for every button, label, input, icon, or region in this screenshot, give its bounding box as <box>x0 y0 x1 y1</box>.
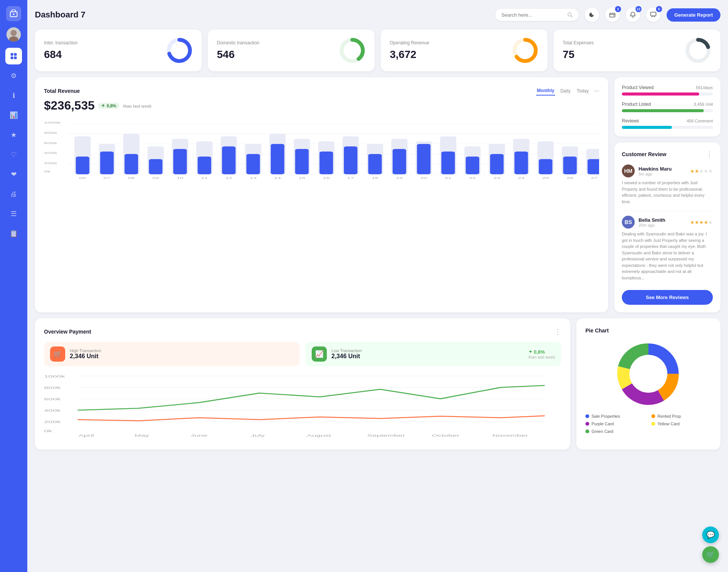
stat-value-0: 684 <box>44 49 78 61</box>
wallet-btn[interactable]: 2 <box>605 8 620 22</box>
svg-rect-46 <box>173 149 187 174</box>
svg-rect-88 <box>515 152 528 174</box>
svg-text:October: October <box>432 434 460 437</box>
revenue-card: Total Revenue Monthly Daily Today ··· $2… <box>35 77 608 312</box>
svg-text:20: 20 <box>420 176 427 179</box>
svg-point-2 <box>11 30 17 36</box>
sidebar-item-print[interactable]: 🖨 <box>5 186 22 202</box>
high-transaction-value: 2,346 Unit <box>70 353 101 360</box>
tab-daily[interactable]: Daily <box>560 87 571 95</box>
svg-point-121 <box>629 355 667 393</box>
stat-card-domestic-transaction: Domestic transaction 546 <box>208 30 375 71</box>
progress-fill-2 <box>622 126 672 129</box>
revenue-more-options[interactable]: ··· <box>594 88 599 94</box>
svg-rect-49 <box>198 157 211 174</box>
wallet-badge: 2 <box>615 6 621 12</box>
sidebar-logo[interactable] <box>6 6 21 21</box>
svg-point-11 <box>613 15 614 16</box>
svg-text:12: 12 <box>225 176 232 179</box>
revenue-tabs: Monthly Daily Today ··· <box>536 86 599 96</box>
svg-rect-94 <box>563 157 577 174</box>
search-input[interactable] <box>501 12 564 18</box>
search-box[interactable] <box>495 9 579 21</box>
sidebar-item-info[interactable]: ℹ <box>5 87 22 104</box>
legend-dot-yellow <box>651 422 655 426</box>
legend-dot-rented <box>651 414 655 418</box>
legend-item-purple-card: Purple Card <box>585 422 645 426</box>
stat-card-inter-transaction: Inter. transaction 684 <box>35 30 202 71</box>
metric-label-2: Reviews <box>622 118 639 124</box>
svg-text:07: 07 <box>104 176 110 179</box>
svg-rect-58 <box>271 144 284 174</box>
tab-monthly[interactable]: Monthly <box>536 86 555 96</box>
svg-text:400k: 400k <box>44 151 58 155</box>
bell-badge: 12 <box>635 6 642 12</box>
svg-text:September: September <box>367 434 405 437</box>
high-transaction-icon: 🛒 <box>50 346 65 362</box>
progress-bar-2 <box>622 126 713 129</box>
customer-reviews-card: Customer Review ⋮ HM Hawkins Maru 5m ago… <box>614 143 720 312</box>
svg-text:1000k: 1000k <box>44 121 61 124</box>
svg-rect-34 <box>76 157 89 174</box>
svg-rect-40 <box>124 154 138 174</box>
sidebar-item-menu[interactable]: ☰ <box>5 205 22 222</box>
floating-buttons: 💬 🛒 <box>702 527 719 563</box>
svg-text:17: 17 <box>347 176 354 179</box>
svg-text:May: May <box>135 434 149 437</box>
svg-rect-37 <box>100 152 114 174</box>
right-panel: Product Viewed 561/days Product Listed 3… <box>614 77 720 312</box>
review-time-1: 20m ago <box>639 223 665 227</box>
theme-toggle-btn[interactable] <box>585 8 599 22</box>
sidebar-item-liked[interactable]: ❤ <box>5 166 22 183</box>
metric-product-viewed: Product Viewed 561/days <box>622 85 713 96</box>
sidebar-item-wishlist[interactable]: ♡ <box>5 146 22 163</box>
svg-text:11: 11 <box>201 176 208 179</box>
svg-rect-76 <box>417 144 431 174</box>
reviews-more-options[interactable]: ⋮ <box>706 150 713 158</box>
payment-more-options[interactable]: ⋮ <box>554 328 561 336</box>
svg-line-9 <box>571 16 573 17</box>
legend-label-purple: Purple Card <box>592 422 614 426</box>
stat-chart-3 <box>685 37 711 64</box>
svg-text:23: 23 <box>493 176 500 179</box>
review-text-0: I viewed a number of properties with Jus… <box>622 180 713 205</box>
revenue-bar-chart: 1000k 800k 600k 400k 200k 0k 06070809101… <box>44 119 599 179</box>
payment-card: Overview Payment ⋮ 🛒 High Transaction 2,… <box>35 318 570 450</box>
svg-rect-52 <box>222 146 236 174</box>
payment-line-chart: 1000k 800k 600k 400k 200k 0k April May J… <box>44 372 561 440</box>
svg-text:August: August <box>307 434 331 437</box>
svg-text:19: 19 <box>396 176 403 179</box>
svg-rect-73 <box>392 149 406 174</box>
svg-rect-61 <box>295 149 309 174</box>
sidebar-avatar[interactable] <box>6 27 21 42</box>
sidebar-item-favorites[interactable]: ★ <box>5 127 22 143</box>
svg-rect-43 <box>149 159 163 174</box>
sidebar-item-analytics[interactable]: 📊 <box>5 107 22 124</box>
tab-today[interactable]: Today <box>576 87 590 95</box>
pie-chart-card: Pie Chart <box>576 318 720 450</box>
svg-rect-97 <box>588 159 599 174</box>
bell-icon <box>630 12 636 18</box>
sidebar-item-dashboard[interactable] <box>5 48 22 64</box>
svg-text:800k: 800k <box>44 386 61 390</box>
revenue-amount-row: $236,535 0,8% than last week <box>44 99 599 113</box>
stat-label-1: Domestic transaction <box>217 40 259 45</box>
svg-text:200k: 200k <box>44 161 58 165</box>
stat-label-3: Total Expenses <box>563 40 593 45</box>
low-transaction-pct: 0,8% <box>529 349 555 355</box>
svg-rect-55 <box>246 154 260 174</box>
sidebar-item-list[interactable]: 📋 <box>5 225 22 242</box>
cart-float-btn[interactable]: 🛒 <box>702 546 719 563</box>
wallet-icon <box>609 12 615 18</box>
sidebar-item-settings[interactable]: ⚙ <box>5 67 22 84</box>
svg-text:16: 16 <box>323 176 330 179</box>
messages-btn[interactable]: 5 <box>646 8 661 22</box>
see-more-reviews-button[interactable]: See More Reviews <box>622 290 713 305</box>
svg-rect-70 <box>368 154 382 174</box>
svg-text:24: 24 <box>518 176 525 179</box>
low-transaction-icon: 📈 <box>312 346 327 362</box>
support-float-btn[interactable]: 💬 <box>702 527 719 543</box>
generate-report-button[interactable]: Generate Report <box>667 8 720 22</box>
svg-rect-10 <box>610 13 615 17</box>
notifications-btn[interactable]: 12 <box>626 8 640 22</box>
